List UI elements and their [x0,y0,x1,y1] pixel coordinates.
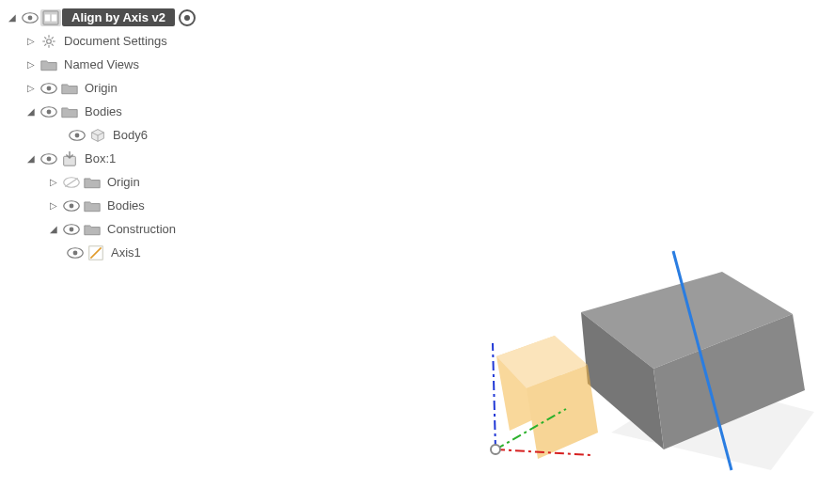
body-icon [88,126,107,145]
tree-item-label: Document Settings [60,34,175,48]
origin-planes [496,336,598,459]
tree-item-named-views[interactable]: ▷ Named Views [6,53,196,76]
svg-line-7 [496,449,590,455]
expand-toggle[interactable]: ▷ [47,197,60,215]
tree-item-box-origin[interactable]: ▷ Origin [6,170,196,194]
svg-point-12 [28,15,33,20]
visibility-icon[interactable] [39,79,58,98]
tree-item-label: Axis1 [107,245,149,260]
expand-toggle[interactable]: ◢ [47,220,60,239]
svg-line-8 [496,409,566,449]
tree-item-box1[interactable]: ◢ Box:1 [6,147,196,170]
tree-item-construction[interactable]: ◢ Construction [6,217,196,241]
svg-line-9 [493,343,496,449]
expand-toggle[interactable]: ▷ [24,79,38,98]
svg-point-40 [70,203,74,208]
expand-toggle[interactable]: ◢ [24,150,38,168]
visibility-icon[interactable] [21,8,39,27]
tree-item-label: Box:1 [81,151,123,165]
origin-axes [491,343,590,455]
box-geometry [581,272,805,449]
visibility-icon[interactable] [66,244,85,262]
expand-toggle[interactable]: ▷ [47,173,60,192]
tree-item-box-bodies[interactable]: ▷ Bodies [6,194,196,217]
tree-item-label: Bodies [81,104,130,118]
visibility-hidden-icon[interactable] [62,173,81,192]
visibility-icon[interactable] [62,220,81,239]
expand-toggle[interactable]: ◢ [6,8,19,27]
tree-item-label: Bodies [103,198,152,213]
visibility-icon[interactable] [39,150,58,168]
svg-point-44 [73,250,78,255]
axis-icon [87,244,105,262]
tree-item-body6[interactable]: Body6 [6,123,196,147]
svg-marker-4 [496,336,564,431]
svg-marker-6 [527,365,598,459]
gear-icon [39,32,58,51]
svg-point-26 [47,86,52,90]
expand-toggle[interactable]: ◢ [24,102,38,121]
folder-icon [83,197,102,215]
expand-toggle[interactable]: ▷ [24,32,38,51]
folder-icon [60,102,79,121]
expand-toggle[interactable]: ▷ [24,55,38,74]
visibility-icon[interactable] [39,102,58,121]
svg-point-28 [47,109,52,114]
construction-axis [673,251,731,470]
browser-tree: ◢ Align by Axis v2 ▷ Document Settings ▷… [6,6,196,264]
tree-item-axis1[interactable]: Axis1 [6,241,196,264]
folder-icon [60,79,79,98]
svg-marker-1 [581,272,793,369]
svg-line-24 [52,37,54,39]
tree-item-document-settings[interactable]: ▷ Document Settings [6,29,196,53]
folder-icon [83,173,102,192]
svg-marker-5 [496,336,588,388]
tree-item-origin[interactable]: ▷ Origin [6,76,196,100]
svg-line-22 [52,43,54,45]
svg-marker-0 [611,381,814,470]
svg-marker-3 [653,314,805,449]
folder-icon [83,220,102,239]
svg-point-10 [491,445,500,454]
tree-item-label: Origin [81,81,125,95]
tree-root-label: Align by Axis v2 [62,8,175,26]
tree-item-label: Origin [103,175,148,189]
folder-icon [39,55,58,74]
svg-point-30 [75,133,80,137]
svg-line-21 [44,37,46,39]
tree-item-label: Body6 [109,128,155,142]
svg-rect-15 [52,14,56,21]
activate-radio[interactable] [179,9,196,26]
tree-item-bodies[interactable]: ◢ Bodies [6,100,196,123]
svg-line-23 [44,43,46,45]
svg-point-16 [47,39,52,43]
svg-line-38 [65,178,78,186]
tree-root-row[interactable]: ◢ Align by Axis v2 [6,6,196,29]
svg-rect-14 [45,14,50,21]
insert-component-icon [60,150,79,168]
svg-marker-2 [581,312,664,449]
svg-point-34 [47,156,52,161]
component-icon [41,8,60,27]
tree-item-label: Construction [103,222,183,236]
tree-item-label: Named Views [60,57,147,71]
visibility-icon[interactable] [68,126,87,145]
visibility-icon[interactable] [62,197,81,215]
svg-point-42 [70,227,74,231]
